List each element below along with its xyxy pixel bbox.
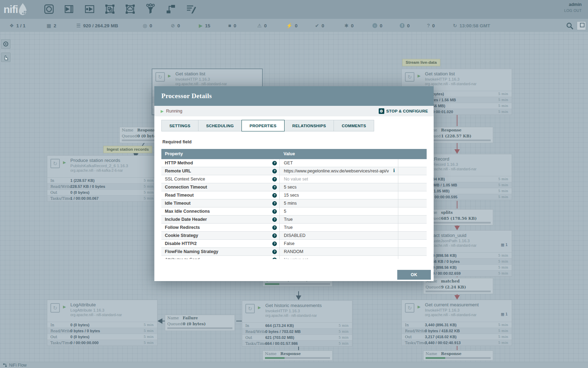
- properties-table: Property Value HTTP Method?GETRemote URL…: [161, 149, 427, 259]
- stale-icon: ↑: [372, 23, 377, 28]
- label-component-icon[interactable]: [186, 3, 197, 15]
- help-icon[interactable]: ?: [272, 169, 277, 173]
- stat-row-in: In0 (0 bytes)5 min: [47, 322, 157, 328]
- empty-cell: [398, 175, 427, 183]
- stop-and-configure-button[interactable]: ⚙ STOP & CONFIGURE: [379, 108, 428, 114]
- current-user: admin: [564, 2, 582, 7]
- processor-bundle: org.apache.nifi - nifi-kafka-2-6-nar: [70, 169, 123, 172]
- component-toolbar: [43, 3, 197, 15]
- connection-label-resp_mbot[interactable]: NameResponse: [262, 350, 332, 361]
- status-stale: ↑0: [372, 19, 383, 32]
- property-value: 5 mins: [284, 201, 297, 206]
- search-icon[interactable]: [566, 22, 574, 30]
- processor-type: InvokeHTTP 1.16.3: [175, 77, 210, 81]
- processor-log[interactable]: ↻▶LogAttributeLogAttribute 1.16.3org.apa…: [47, 300, 158, 346]
- processor-component-icon[interactable]: [43, 3, 55, 15]
- queue-bar: [167, 327, 232, 329]
- properties-table-header: Property Value: [161, 149, 427, 159]
- processor-icon: ↻: [405, 72, 414, 82]
- processor-title: Get historic measurements: [265, 303, 322, 308]
- help-icon[interactable]: ?: [272, 177, 277, 182]
- funnel-component-icon[interactable]: [145, 3, 156, 15]
- hand-icon: [3, 54, 9, 60]
- property-name: Disable HTTP/2: [165, 241, 197, 246]
- property-row: Cookie Strategy?DISABLED: [161, 232, 427, 240]
- output-port-component-icon[interactable]: [84, 3, 95, 15]
- property-row: Disable HTTP/2?False: [161, 240, 427, 248]
- processor-produce[interactable]: ↻▶Produce station recordsPublishKafkaRec…: [47, 155, 158, 202]
- process-group-component-icon[interactable]: [104, 3, 115, 15]
- help-icon[interactable]: ?: [272, 185, 277, 190]
- stat-row-rw: Read/Write0 bytes / 703.02 MB5 min: [242, 328, 352, 334]
- logout-link[interactable]: LOG OUT: [564, 8, 582, 13]
- empty-cell: [398, 167, 427, 175]
- property-name: Remote URL: [165, 169, 191, 173]
- help-icon[interactable]: ?: [272, 161, 277, 165]
- remote-process-group-component-icon[interactable]: [125, 3, 136, 15]
- value-column-header: Value: [284, 151, 295, 156]
- status-transmitting: ◎0: [143, 19, 152, 32]
- birdseye-toggle-button[interactable]: [577, 21, 586, 30]
- help-icon[interactable]: ?: [272, 258, 277, 259]
- help-icon[interactable]: ?: [272, 201, 277, 206]
- property-value: 15 secs: [284, 193, 299, 198]
- connection-label-matched[interactable]: NamematchedQueued9 (2.24 KB): [423, 278, 493, 294]
- connection-label-resp_rtop[interactable]: NameResponseQueued1 (228.57 KB): [423, 127, 493, 143]
- stat-row-out: Out0 (0 bytes)5 min: [47, 334, 157, 340]
- status-sync-failure: ?0: [427, 19, 435, 32]
- nifi-app: ↻▶Get station listInvokeHTTP 1.16.3org.a…: [0, 0, 588, 368]
- dialog-title: Processor Details: [154, 86, 434, 106]
- locally-modified-icon: ✱: [344, 23, 349, 28]
- connection-label-resp_rbot[interactable]: NameResponse: [423, 350, 493, 361]
- stat-window: 5 min: [144, 341, 154, 345]
- navigate-palette-button[interactable]: [1, 39, 10, 49]
- help-icon[interactable]: ?: [272, 217, 277, 222]
- ok-button[interactable]: OK: [397, 270, 431, 280]
- processor-details-dialog: Processor Details ▶ Running ⚙ STOP & CON…: [154, 86, 434, 281]
- hand-drag-palette-button[interactable]: [1, 53, 10, 62]
- processor-current[interactable]: ↻▶Get current measurementInvokeHTTP 1.16…: [401, 300, 512, 346]
- info-icon[interactable]: i: [393, 168, 395, 173]
- help-icon[interactable]: ?: [272, 225, 277, 230]
- refresh-icon[interactable]: ↻: [453, 23, 457, 28]
- queue-bar: [426, 357, 491, 359]
- stat-window: 5 min: [338, 341, 349, 345]
- stat-window: 5 min: [498, 92, 508, 96]
- label-stream[interactable]: Stream live-data: [402, 59, 440, 66]
- running-icon: ▶: [418, 305, 420, 309]
- stat-row-in: In664 (173.24 KB)5 min: [242, 322, 352, 328]
- label-ingest[interactable]: Ingest station records: [103, 146, 152, 153]
- tab-relationships[interactable]: RELATIONSHIPS: [284, 120, 334, 131]
- connection-label-splits[interactable]: NamesplitsQueued685 (178.56 KB): [423, 209, 493, 225]
- stat-window: 5 min: [498, 104, 508, 108]
- breadcrumb[interactable]: NiFi Flow: [3, 363, 27, 368]
- status-bar: ❖1 / 1▦2☰920 / 264.29 MB◎0⊘0▶15■0⚠0⚡0✔0✱…: [0, 19, 588, 32]
- running-icon: ▶: [418, 74, 420, 78]
- tab-scheduling[interactable]: SCHEDULING: [198, 120, 242, 131]
- tab-settings[interactable]: SETTINGS: [161, 120, 198, 131]
- help-icon[interactable]: ?: [272, 250, 277, 254]
- queue-bar: [265, 357, 330, 359]
- stat-window: 5 min: [498, 323, 508, 327]
- property-value: DISABLED: [284, 233, 306, 238]
- help-icon[interactable]: ?: [272, 193, 277, 198]
- property-row: Idle Timeout?5 mins: [161, 199, 427, 207]
- tasks-badge: ▦1: [501, 312, 507, 316]
- property-row: SSL Context Service?No value set: [161, 175, 427, 183]
- queue-bar: [426, 222, 491, 224]
- tab-comments[interactable]: COMMENTS: [334, 120, 374, 131]
- processor-historic[interactable]: ↻▶Get historic measurementsInvokeHTTP 1.…: [242, 300, 352, 347]
- stat-window: 5 min: [498, 329, 508, 333]
- stopped-icon: ■: [228, 23, 231, 28]
- help-icon[interactable]: ?: [272, 209, 277, 214]
- input-port-component-icon[interactable]: [64, 3, 75, 15]
- status-locally-modified-stale: !0: [400, 19, 410, 32]
- processor-type: PublishKafkaRecord_2_6 1.16.3: [70, 164, 128, 168]
- help-icon[interactable]: ?: [272, 241, 277, 246]
- processor-type: InvokeHTTP 1.16.3: [425, 308, 460, 312]
- template-component-icon[interactable]: [165, 3, 176, 15]
- help-icon[interactable]: ?: [272, 233, 277, 238]
- connection-label-failure[interactable]: NameFailureQueued0 (0 bytes): [165, 315, 235, 331]
- empty-cell: [398, 207, 427, 216]
- tab-properties[interactable]: PROPERTIES: [241, 120, 285, 131]
